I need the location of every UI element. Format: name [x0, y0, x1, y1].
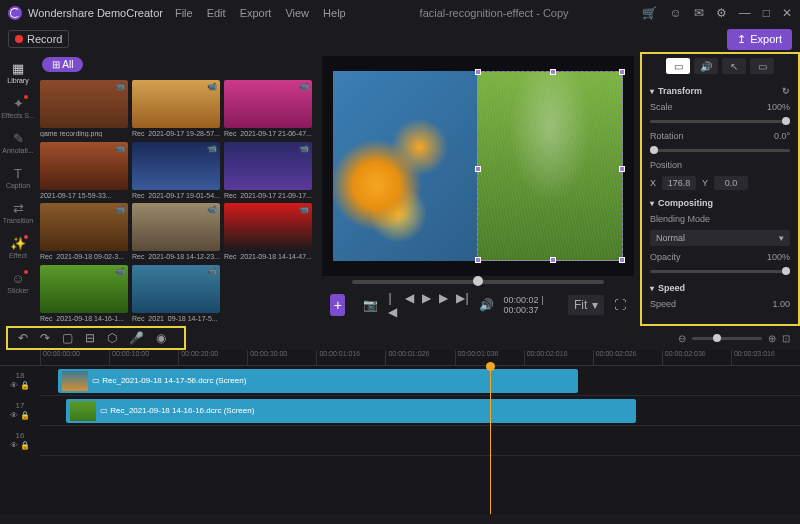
- track-header: 18👁 🔒: [0, 366, 40, 395]
- preview-panel: + 📷 |◀ ◀ ▶ ▶ ▶| 🔊 00:00:02 | 00:00:37 Fi…: [316, 52, 640, 326]
- maximize-icon[interactable]: □: [763, 6, 770, 20]
- time-total: 00:00:37: [504, 305, 539, 315]
- media-thumb[interactable]: Rec_2021_09-18 14-17-5...: [132, 265, 220, 323]
- close-icon[interactable]: ✕: [782, 6, 792, 20]
- zoom-out-icon[interactable]: ⊖: [678, 333, 686, 344]
- main-menu: File Edit Export View Help: [175, 7, 346, 19]
- sidebar-item-effect[interactable]: ✨Effect: [0, 233, 36, 262]
- sidebar: ▦Library✦Effects S...✎Annotati...TCaptio…: [0, 52, 36, 326]
- zoom-slider[interactable]: [692, 337, 762, 340]
- playhead[interactable]: [490, 366, 491, 514]
- media-thumb[interactable]: 2021-09-17 15-59-33...: [40, 142, 128, 200]
- volume-icon[interactable]: 🔊: [479, 298, 494, 312]
- fullscreen-icon[interactable]: ⛶: [614, 298, 626, 312]
- menu-edit[interactable]: Edit: [207, 7, 226, 19]
- compositing-header[interactable]: Compositing: [650, 198, 790, 208]
- blend-label: Blending Mode: [650, 214, 710, 224]
- speed-icon[interactable]: ◉: [156, 331, 166, 345]
- menu-export[interactable]: Export: [240, 7, 272, 19]
- step-fwd-icon[interactable]: ▶: [439, 291, 448, 319]
- prop-tab-other[interactable]: ▭: [750, 58, 774, 74]
- split-icon[interactable]: ⊟: [85, 331, 95, 345]
- rotation-label: Rotation: [650, 131, 684, 141]
- cart-icon[interactable]: 🛒: [642, 6, 657, 20]
- preview-canvas[interactable]: [322, 56, 634, 276]
- opacity-label: Opacity: [650, 252, 681, 262]
- prop-tab-audio[interactable]: 🔊: [694, 58, 718, 74]
- media-thumb[interactable]: game recording.png: [40, 80, 128, 138]
- pos-y-input[interactable]: 0.0: [714, 176, 748, 190]
- media-thumb[interactable]: Rec_2021-09-17 19-28-57...: [132, 80, 220, 138]
- speed-label: Speed: [650, 299, 676, 309]
- mail-icon[interactable]: ✉: [694, 6, 704, 20]
- timeline-clip[interactable]: ▭ Rec_2021-09-18 14-16-16.dcrc (Screen): [66, 399, 636, 423]
- timeline-tools: ↶ ↷ ▢ ⊟ ⬡ 🎤 ◉: [6, 326, 186, 350]
- redo-icon[interactable]: ↷: [40, 331, 50, 345]
- titlebar: Wondershare DemoCreator File Edit Export…: [0, 0, 800, 26]
- transform-header[interactable]: Transform↻: [650, 86, 790, 96]
- media-thumb[interactable]: Rec_2021-09-17 19-01-54...: [132, 142, 220, 200]
- media-thumb[interactable]: Rec_2021-09-17 21-09-17...: [224, 142, 312, 200]
- time-current: 00:00:02: [504, 295, 539, 305]
- speed-header[interactable]: Speed: [650, 283, 790, 293]
- mic-icon[interactable]: 🎤: [129, 331, 144, 345]
- sidebar-item-annotati[interactable]: ✎Annotati...: [0, 128, 36, 157]
- blend-select[interactable]: Normal▾: [650, 230, 790, 246]
- opacity-value: 100%: [767, 252, 790, 262]
- video-layer-2-selected[interactable]: [477, 71, 623, 261]
- zoom-in-icon[interactable]: ⊕: [768, 333, 776, 344]
- zoom-fit-icon[interactable]: ⊡: [782, 333, 790, 344]
- timeline-ruler[interactable]: 00:00:00:0000:00:10:0000:00:20:0000:00:3…: [0, 350, 800, 366]
- menu-help[interactable]: Help: [323, 7, 346, 19]
- preview-scrubber[interactable]: [352, 280, 604, 284]
- media-thumb[interactable]: Rec_2021-09-17 21-06-47...: [224, 80, 312, 138]
- opacity-slider[interactable]: [650, 270, 790, 273]
- settings-icon[interactable]: ⚙: [716, 6, 727, 20]
- prev-frame-icon[interactable]: |◀: [388, 291, 397, 319]
- play-icon[interactable]: ▶: [422, 291, 431, 319]
- speed-value: 1.00: [772, 299, 790, 309]
- track-header: 16👁 🔒: [0, 426, 40, 455]
- menu-view[interactable]: View: [285, 7, 309, 19]
- media-thumb[interactable]: Rec_2021-09-18 14-12-23...: [132, 203, 220, 261]
- timeline-zoom: ⊖ ⊕ ⊡: [186, 328, 800, 348]
- add-button[interactable]: +: [330, 294, 345, 316]
- video-layer-1: [333, 71, 477, 261]
- crop-icon[interactable]: ▢: [62, 331, 73, 345]
- marker-icon[interactable]: ⬡: [107, 331, 117, 345]
- snapshot-icon[interactable]: 📷: [363, 298, 378, 312]
- sidebar-item-sticker[interactable]: ☺Sticker: [0, 268, 36, 297]
- fit-select[interactable]: Fit ▾: [568, 295, 604, 315]
- track-header: 17👁 🔒: [0, 396, 40, 425]
- media-thumb[interactable]: Rec_2021-09-18 14-14-47...: [224, 203, 312, 261]
- track[interactable]: 17👁 🔒▭ Rec_2021-09-18 14-16-16.dcrc (Scr…: [40, 396, 800, 426]
- undo-icon[interactable]: ↶: [18, 331, 28, 345]
- scale-slider[interactable]: [650, 120, 790, 123]
- pos-x-input[interactable]: 176.8: [662, 176, 696, 190]
- media-thumb[interactable]: Rec_2021-09-18 14-16-1...: [40, 265, 128, 323]
- sidebar-item-transition[interactable]: ⇄Transition: [0, 198, 36, 227]
- track[interactable]: 16👁 🔒: [40, 426, 800, 456]
- rotation-slider[interactable]: [650, 149, 790, 152]
- next-frame-icon[interactable]: ▶|: [456, 291, 468, 319]
- timeline-clip[interactable]: ▭ Rec_2021-09-18 14-17-56.dcrc (Screen): [58, 369, 578, 393]
- properties-panel: ▭ 🔊 ↖ ▭ Transform↻ Scale100% Rotation0.0…: [640, 52, 800, 326]
- step-back-icon[interactable]: ◀: [405, 291, 414, 319]
- document-title: facial-recognition-effect - Copy: [346, 7, 643, 19]
- export-button[interactable]: ↥Export: [727, 29, 792, 50]
- track[interactable]: 18👁 🔒▭ Rec_2021-09-18 14-17-56.dcrc (Scr…: [40, 366, 800, 396]
- media-thumb[interactable]: Rec_2021-09-18 09-02-3...: [40, 203, 128, 261]
- prop-tab-video[interactable]: ▭: [666, 58, 690, 74]
- sidebar-item-effectss[interactable]: ✦Effects S...: [0, 93, 36, 122]
- sidebar-item-library[interactable]: ▦Library: [0, 58, 36, 87]
- reset-icon[interactable]: ↻: [782, 86, 790, 96]
- position-label: Position: [650, 160, 682, 170]
- minimize-icon[interactable]: —: [739, 6, 751, 20]
- filter-all[interactable]: ⊞ All: [42, 57, 83, 72]
- record-button[interactable]: Record: [8, 30, 69, 48]
- prop-tab-cursor[interactable]: ↖: [722, 58, 746, 74]
- user-icon[interactable]: ☺: [669, 6, 681, 20]
- menu-file[interactable]: File: [175, 7, 193, 19]
- scale-value: 100%: [767, 102, 790, 112]
- sidebar-item-caption[interactable]: TCaption: [0, 163, 36, 192]
